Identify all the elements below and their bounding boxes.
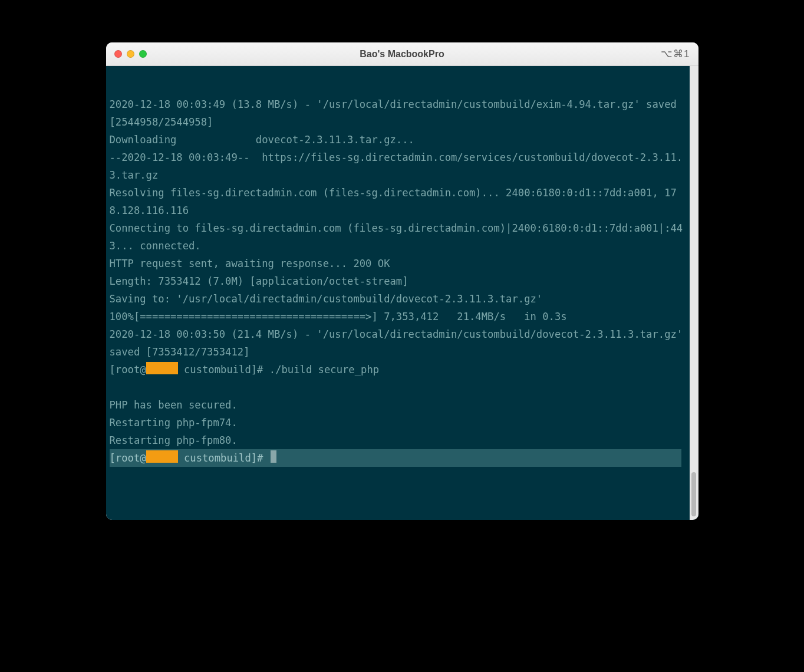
terminal-line: 100%[===================================… [110,308,686,325]
terminal-line: Saving to: '/usr/local/directadmin/custo… [110,290,686,308]
prompt-suffix: custombuild]# [178,364,269,375]
terminal-content[interactable]: 2020-12-18 00:03:49 (13.8 MB/s) - '/usr/… [106,66,690,520]
prompt-suffix: custombuild]# [178,452,269,464]
redacted-hostname [146,450,178,463]
terminal-line: Resolving files-sg.directadmin.com (file… [110,184,686,219]
terminal-line: Length: 7353412 (7.0M) [application/octe… [110,272,686,290]
minimize-button[interactable] [127,50,134,58]
close-button[interactable] [114,50,122,58]
command-text: ./build secure_php [269,364,379,375]
prompt-line: [root@ custombuild]# ./build secure_php [110,361,686,378]
active-prompt-line: [root@ custombuild]# [110,449,681,467]
prompt-prefix: [root@ [110,452,146,464]
traffic-lights [114,50,147,58]
terminal-line: Restarting php-fpm74. [110,414,686,431]
terminal-line: 2020-12-18 00:03:49 (13.8 MB/s) - '/usr/… [110,95,686,131]
prompt-prefix: [root@ [110,364,146,375]
shortcut-indicator: ⌥⌘1 [661,48,690,60]
terminal-line: HTTP request sent, awaiting response... … [110,255,686,272]
window-title: Bao's MacbookPro [106,49,698,60]
cursor [271,450,276,463]
terminal-window: Bao's MacbookPro ⌥⌘1 2020-12-18 00:03:49… [106,42,698,520]
maximize-button[interactable] [139,50,147,58]
terminal-line: 2020-12-18 00:03:50 (21.4 MB/s) - '/usr/… [110,325,686,361]
redacted-hostname [146,362,178,374]
terminal-line: PHP has been secured. [110,396,686,414]
terminal-body: 2020-12-18 00:03:49 (13.8 MB/s) - '/usr/… [106,66,698,520]
terminal-line: --2020-12-18 00:03:49-- https://files-sg… [110,149,686,184]
terminal-line: Restarting php-fpm80. [110,431,686,449]
scrollbar-thumb[interactable] [691,472,696,516]
titlebar: Bao's MacbookPro ⌥⌘1 [106,42,698,66]
scrollbar-track[interactable] [690,66,698,520]
terminal-line: Connecting to files-sg.directadmin.com (… [110,219,686,255]
terminal-line: Downloading dovecot-2.3.11.3.tar.gz... [110,131,686,149]
